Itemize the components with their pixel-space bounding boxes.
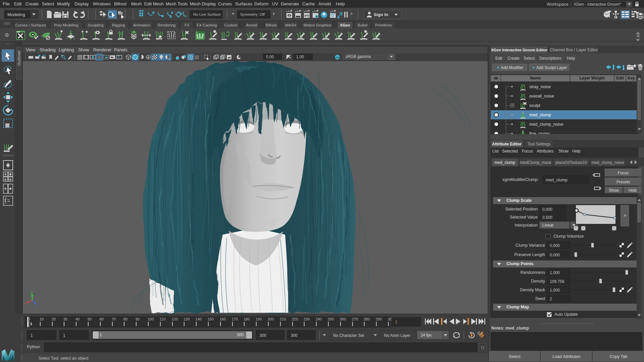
svg-text:IPR: IPR <box>305 14 309 17</box>
svg-text:ON: ON <box>336 56 339 59</box>
svg-text:T: T <box>118 55 120 59</box>
